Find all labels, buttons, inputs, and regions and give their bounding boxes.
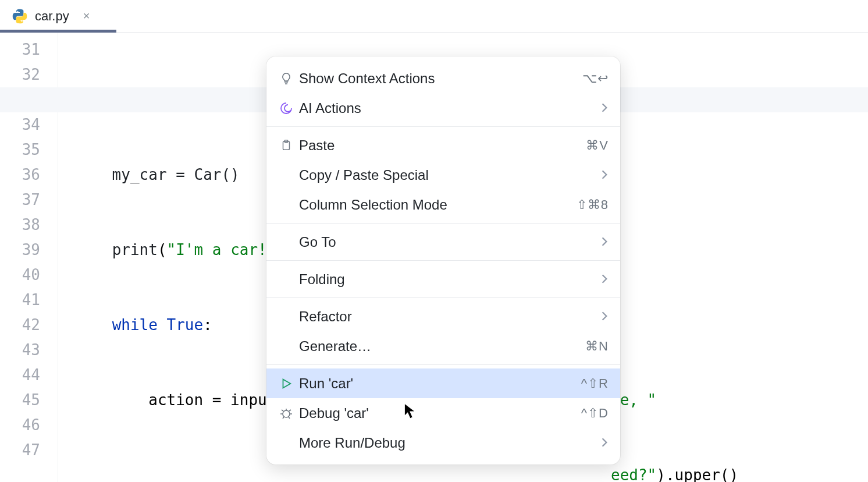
menu-shortcut: ⌘N xyxy=(585,339,609,354)
menu-separator xyxy=(266,260,620,261)
line-number: 37 xyxy=(0,187,40,212)
menu-ai-actions[interactable]: AI Actions xyxy=(266,93,620,123)
editor-tab-car-py[interactable]: car.py × xyxy=(0,0,101,32)
menu-label: Run 'car' xyxy=(298,375,580,392)
menu-generate[interactable]: Generate… ⌘N xyxy=(266,331,620,361)
line-number: 46 xyxy=(0,413,40,438)
chevron-right-icon xyxy=(600,100,609,116)
menu-shortcut: ⌥↩ xyxy=(582,71,609,86)
menu-label: AI Actions xyxy=(298,100,599,116)
menu-column-selection[interactable]: Column Selection Mode ⇧⌘8 xyxy=(266,190,620,219)
menu-shortcut: ⇧⌘8 xyxy=(577,197,609,212)
menu-paste[interactable]: Paste ⌘V xyxy=(266,130,620,160)
ai-spiral-icon xyxy=(276,98,297,119)
editor-tab-bar: car.py × xyxy=(0,0,868,33)
clipboard-icon xyxy=(276,135,297,156)
menu-label: Debug 'car' xyxy=(298,405,580,421)
chevron-right-icon xyxy=(600,271,609,288)
lightbulb-icon xyxy=(276,68,297,89)
menu-label: Column Selection Mode xyxy=(298,197,575,213)
tab-label: car.py xyxy=(35,9,69,24)
menu-label: Copy / Paste Special xyxy=(298,167,599,183)
chevron-right-icon xyxy=(600,234,609,250)
chevron-right-icon xyxy=(600,435,609,451)
line-number: 42 xyxy=(0,313,40,338)
menu-shortcut: ⌘V xyxy=(586,138,609,153)
close-icon[interactable]: × xyxy=(83,9,90,23)
menu-go-to[interactable]: Go To xyxy=(266,227,620,257)
code-line-36: eed?").upper() xyxy=(76,463,868,482)
line-number: 34 xyxy=(0,112,40,137)
bug-icon xyxy=(276,403,297,424)
line-number: 41 xyxy=(0,288,40,313)
menu-separator xyxy=(266,297,620,298)
line-number: 45 xyxy=(0,388,40,413)
line-number: 44 xyxy=(0,363,40,388)
line-number: 36 xyxy=(0,162,40,187)
menu-label: Paste xyxy=(298,137,585,154)
menu-debug-car[interactable]: Debug 'car' ^⇧D xyxy=(266,398,620,428)
line-number: 35 xyxy=(0,137,40,162)
chevron-right-icon xyxy=(600,167,609,183)
menu-copy-paste-special[interactable]: Copy / Paste Special xyxy=(266,160,620,190)
python-file-icon xyxy=(12,8,28,24)
line-number: 40 xyxy=(0,263,40,288)
menu-refactor[interactable]: Refactor xyxy=(266,302,620,331)
menu-label: Refactor xyxy=(298,309,599,325)
menu-show-context-actions[interactable]: Show Context Actions ⌥↩ xyxy=(266,63,620,93)
menu-label: More Run/Debug xyxy=(298,435,599,451)
menu-separator xyxy=(266,126,620,127)
menu-shortcut: ^⇧D xyxy=(581,406,609,421)
line-number: 32 xyxy=(0,62,40,87)
line-number: 38 xyxy=(0,212,40,238)
menu-separator xyxy=(266,364,620,365)
play-icon xyxy=(276,373,297,394)
chevron-right-icon xyxy=(600,309,609,325)
menu-label: Show Context Actions xyxy=(298,70,581,87)
menu-separator xyxy=(266,223,620,224)
context-menu: Show Context Actions ⌥↩ AI Actions Paste… xyxy=(266,56,620,465)
menu-folding[interactable]: Folding xyxy=(266,264,620,294)
menu-run-car[interactable]: Run 'car' ^⇧R xyxy=(266,368,620,398)
menu-label: Folding xyxy=(298,271,599,288)
menu-more-run-debug[interactable]: More Run/Debug xyxy=(266,428,620,458)
menu-label: Go To xyxy=(298,234,599,250)
svg-point-2 xyxy=(283,410,290,417)
line-number: 39 xyxy=(0,238,40,263)
line-number: 43 xyxy=(0,338,40,363)
menu-label: Generate… xyxy=(298,338,584,355)
line-number: 31 xyxy=(0,37,40,62)
menu-shortcut: ^⇧R xyxy=(581,376,609,391)
line-number: 47 xyxy=(0,438,40,463)
